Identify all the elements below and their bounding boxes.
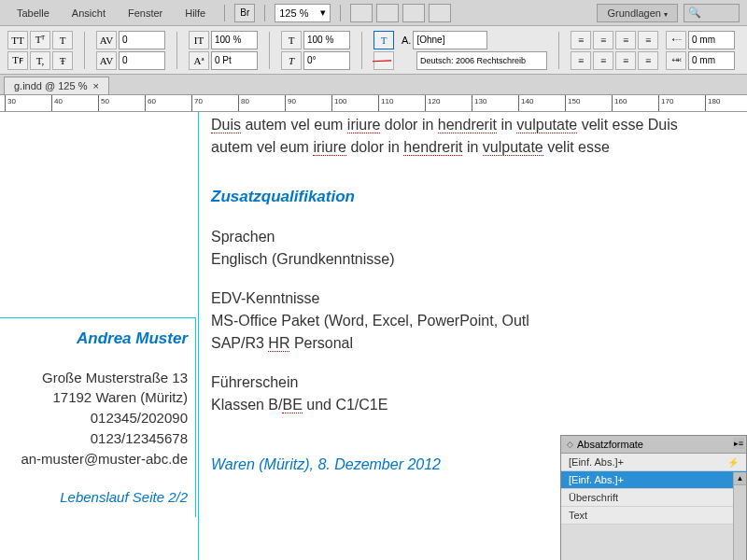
tab-title: g.indd @ 125 % bbox=[14, 80, 87, 91]
paragraph-styles-panel[interactable]: Absatzformate ▸≡ [Einf. Abs.]+⚡ [Einf. A… bbox=[560, 435, 747, 560]
smallcaps-button[interactable]: Tꜰ bbox=[7, 51, 28, 70]
search-icon: 🔍 bbox=[688, 7, 701, 19]
justify-all-button[interactable]: ≡ bbox=[638, 51, 658, 70]
document-canvas[interactable]: Andrea Muster Große Musterstraße 13 1719… bbox=[0, 112, 747, 560]
applicant-name: Andrea Muster bbox=[4, 328, 188, 351]
justify-right-button[interactable]: ≡ bbox=[615, 51, 636, 70]
it-label: EDV-Kenntnisse bbox=[211, 287, 740, 310]
stroke-color-icon[interactable]: ／ bbox=[374, 51, 394, 70]
allcaps-button[interactable]: TT bbox=[7, 31, 28, 49]
skew-input[interactable] bbox=[303, 51, 350, 70]
baseline-input[interactable] bbox=[211, 51, 258, 70]
body-text-line1: Duis autem vel eum iriure dolor in hendr… bbox=[211, 114, 747, 136]
panel-scrollbar[interactable]: ▲ bbox=[733, 472, 746, 560]
justify-center-button[interactable]: ≡ bbox=[593, 51, 613, 70]
languages-label: Sprachen bbox=[211, 226, 740, 248]
style-row-basic[interactable]: [Einf. Abs.]+ bbox=[561, 471, 746, 489]
indent-right-icon: ⬺ bbox=[666, 51, 686, 70]
bridge-button[interactable]: Br bbox=[234, 4, 255, 22]
horizontal-ruler[interactable]: 3040506070809010011012013014015016017018… bbox=[0, 95, 747, 112]
superscript-button[interactable]: Tᵀ bbox=[30, 31, 50, 49]
phone1: 012345/202090 bbox=[4, 408, 188, 428]
search-input[interactable]: 🔍 bbox=[684, 4, 740, 22]
hscale-icon: T bbox=[281, 31, 302, 49]
indent-left-input[interactable] bbox=[688, 31, 735, 49]
scroll-up-icon[interactable]: ▲ bbox=[734, 472, 746, 485]
align-right-button[interactable]: ≡ bbox=[615, 31, 636, 49]
sidebar-text-frame[interactable]: Andrea Muster Große Musterstraße 13 1719… bbox=[0, 317, 196, 517]
main-text-frame[interactable]: Duis autem vel eum iriure dolor in hendr… bbox=[204, 112, 747, 476]
view-mode-2-icon[interactable] bbox=[376, 4, 399, 22]
subscript-button[interactable]: T, bbox=[30, 51, 50, 70]
vscale-input[interactable] bbox=[211, 31, 258, 49]
indent-right-input[interactable] bbox=[688, 51, 735, 70]
tracking-icon: AV bbox=[96, 51, 117, 70]
panel-menu-icon[interactable]: ▸≡ bbox=[733, 438, 744, 449]
current-style-display: [Einf. Abs.]+⚡ bbox=[561, 454, 746, 471]
column-guide bbox=[198, 112, 199, 560]
menu-tabelle[interactable]: Tabelle bbox=[7, 4, 59, 22]
menu-fenster[interactable]: Fenster bbox=[119, 4, 172, 22]
section-heading: Zusatzqualifikation bbox=[211, 185, 740, 209]
character-style-select[interactable] bbox=[413, 31, 487, 49]
clear-override-icon[interactable]: ⚡ bbox=[727, 457, 739, 468]
indent-left-icon: ⬸ bbox=[666, 31, 686, 49]
panel-title[interactable]: Absatzformate ▸≡ bbox=[561, 436, 746, 454]
control-toolbar: TT Tᵀ T Tꜰ T, Ŧ AV AV IT Aª T T T A. ／ bbox=[0, 26, 747, 75]
city: 17192 Waren (Müritz) bbox=[4, 387, 188, 408]
justify-left-button[interactable]: ≡ bbox=[571, 51, 591, 70]
workspace-selector[interactable]: Grundlagen ▾ bbox=[597, 4, 678, 22]
justify-button[interactable]: ≡ bbox=[638, 31, 658, 49]
skew-icon: T bbox=[281, 51, 302, 70]
license-value: Klassen B/BE und C1/C1E bbox=[211, 394, 740, 416]
email: an-muster@muster-abc.de bbox=[4, 449, 188, 469]
menu-ansicht[interactable]: Ansicht bbox=[63, 4, 115, 22]
document-tabs: g.indd @ 125 % × bbox=[0, 75, 747, 95]
license-label: Führerschein bbox=[211, 371, 740, 394]
style-row-heading[interactable]: Überschrift bbox=[561, 489, 746, 507]
language-select[interactable] bbox=[416, 51, 547, 70]
close-icon[interactable]: × bbox=[92, 80, 98, 91]
body-text-line2: autem vel eum iriure dolor in hendrerit … bbox=[211, 136, 740, 159]
phone2: 0123/12345678 bbox=[4, 428, 188, 449]
strikethrough-button[interactable]: Ŧ bbox=[52, 51, 73, 70]
page-label: Lebenslauf Seite 2/2 bbox=[4, 487, 188, 508]
align-left-button[interactable]: ≡ bbox=[571, 31, 591, 49]
zoom-level[interactable]: 125 %▾ bbox=[275, 4, 331, 22]
kerning-input[interactable] bbox=[119, 31, 165, 49]
view-mode-3-icon[interactable] bbox=[402, 4, 425, 22]
fill-color-icon[interactable]: T bbox=[374, 31, 394, 49]
arrange-icon[interactable] bbox=[429, 4, 451, 22]
align-center-button[interactable]: ≡ bbox=[593, 31, 613, 49]
street: Große Musterstraße 13 bbox=[4, 368, 188, 388]
document-tab[interactable]: g.indd @ 125 % × bbox=[4, 77, 109, 94]
tracking-input[interactable] bbox=[119, 51, 165, 70]
it-value-1: MS-Office Paket (Word, Excel, PowerPoint… bbox=[211, 310, 740, 332]
style-row-text[interactable]: Text bbox=[561, 507, 746, 525]
menu-hilfe[interactable]: Hilfe bbox=[176, 4, 215, 22]
underline-button[interactable]: T bbox=[52, 31, 73, 49]
menubar: Tabelle Ansicht Fenster Hilfe Br 125 %▾ … bbox=[0, 0, 747, 26]
kerning-icon: AV bbox=[96, 31, 117, 49]
languages-value: Englisch (Grundkenntnisse) bbox=[211, 248, 740, 271]
baseline-icon: Aª bbox=[189, 51, 209, 70]
it-value-2: SAP/R3 HR Personal bbox=[211, 332, 740, 355]
hscale-input[interactable] bbox=[303, 31, 350, 49]
view-mode-1-icon[interactable] bbox=[350, 4, 373, 22]
vscale-icon: IT bbox=[189, 31, 209, 49]
